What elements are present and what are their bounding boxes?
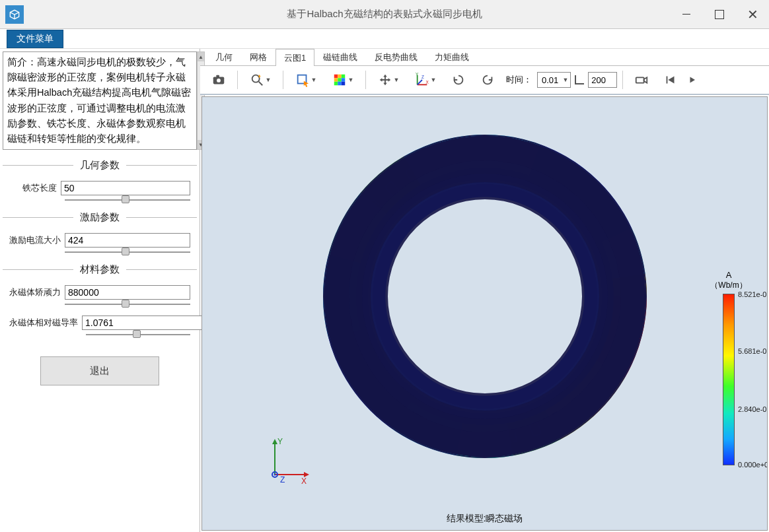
stator-slot (355, 362, 371, 376)
window-minimize-button[interactable] (670, 0, 703, 29)
stator-slot (599, 216, 614, 231)
coercivity-label: 永磁体矫顽力 (9, 286, 65, 298)
coercivity-input[interactable] (65, 285, 190, 300)
selection-mode-button[interactable]: ▼ (289, 69, 323, 90)
stator-slot (344, 340, 360, 353)
result-caption: 结果模型:瞬态磁场 (447, 513, 523, 525)
color-legend: A （Wb/m） 8.521e-02 5.681e-02 2.840e-02 0… (700, 270, 758, 465)
tab-bar: 几何 网格 云图1 磁链曲线 反电势曲线 力矩曲线 (200, 49, 769, 66)
stator-slot (482, 432, 492, 445)
stator-slot (431, 422, 445, 438)
step-first-button[interactable] (657, 69, 684, 90)
tab-emf-curve[interactable]: 反电势曲线 (366, 48, 426, 65)
stator-slot (569, 395, 585, 411)
svg-rect-9 (334, 78, 338, 82)
stator-slot (478, 148, 488, 161)
stator-slot (587, 378, 603, 394)
stator-slot (338, 317, 352, 328)
menu-bar: 文件菜单 (0, 29, 769, 49)
svg-rect-12 (334, 82, 338, 86)
stator-slot (601, 358, 616, 373)
window-close-button[interactable]: ✕ (736, 0, 769, 29)
geometry-group-header: 几何参数 (73, 159, 126, 172)
visualization-canvas[interactable]: Y X Z A （Wb/m） 8.521e-02 5.681e-02 2.840… (201, 96, 768, 531)
stator-slot (584, 195, 600, 211)
core-length-label: 铁芯长度 (9, 182, 61, 194)
stator-slot (427, 156, 441, 172)
svg-rect-6 (334, 75, 338, 79)
stator-slot (367, 199, 383, 215)
step-input[interactable]: 200 (588, 72, 617, 88)
svg-text:X: X (301, 477, 307, 486)
stator-slot (525, 154, 538, 170)
legend-tick-mid2: 2.840e-02 (738, 405, 768, 413)
stator-slot (505, 428, 517, 443)
svg-rect-22 (667, 77, 668, 84)
current-slider[interactable] (65, 250, 190, 254)
stator-slot (404, 166, 419, 182)
step-last-button[interactable] (686, 69, 700, 90)
tab-mesh[interactable]: 网格 (241, 48, 275, 65)
colormap-button[interactable]: ▼ (326, 69, 360, 90)
svg-rect-13 (338, 82, 342, 86)
pan-button[interactable]: ▼ (371, 69, 406, 90)
file-menu-button[interactable]: 文件菜单 (7, 30, 63, 48)
stator-slot (384, 181, 400, 197)
legend-unit: （Wb/m） (700, 280, 758, 291)
svg-text:Z: Z (280, 475, 285, 484)
core-length-input[interactable] (61, 181, 190, 195)
stator-slot (617, 264, 632, 275)
right-visualization-panel: 几何 网格 云图1 磁链曲线 反电势曲线 力矩曲线 ▼ ▼ (200, 49, 769, 532)
camera-button[interactable] (628, 69, 655, 90)
stator-slot (387, 398, 403, 414)
svg-rect-10 (338, 78, 342, 82)
stator-slot (620, 290, 634, 299)
excitation-group-header: 激励参数 (73, 211, 126, 224)
stator-slot (611, 336, 627, 349)
axis-view-button[interactable]: YXZ ▼ (408, 69, 443, 90)
tab-torque-curve[interactable]: 力矩曲线 (426, 48, 478, 65)
screenshot-button[interactable] (205, 69, 232, 90)
core-length-slider[interactable] (65, 198, 190, 202)
svg-text:Y: Y (415, 73, 418, 77)
svg-point-28 (274, 474, 276, 476)
svg-text:Z: Z (421, 75, 424, 79)
exit-button[interactable]: 退出 (40, 356, 159, 385)
tab-geometry[interactable]: 几何 (207, 48, 241, 65)
stator-slot (456, 429, 467, 444)
stator-slot (550, 410, 565, 426)
stator-slot (546, 164, 561, 180)
svg-text:X: X (425, 80, 429, 84)
motor-ring-plot (323, 135, 647, 458)
permeability-input[interactable] (82, 316, 204, 330)
description-text: 简介：高速永磁同步电机的极数较少，气隙磁密波形的正弦度，案例电机转子永磁体采用H… (3, 51, 197, 150)
stator-slot (501, 149, 513, 163)
tab-cloud1[interactable]: 云图1 (275, 49, 314, 66)
stator-slot (336, 294, 349, 303)
zoom-reset-button[interactable]: ▼ (243, 69, 277, 90)
axis-triad: Y X Z (262, 435, 314, 490)
legend-title: A (700, 270, 758, 280)
rotate-ccw-button[interactable] (445, 69, 472, 90)
legend-tick-max: 8.521e-02 (738, 290, 768, 298)
window-title: 基于Halbach充磁结构的表贴式永磁同步电机 (287, 8, 482, 20)
stator-slot (453, 149, 464, 164)
coercivity-slider[interactable] (65, 302, 190, 306)
permeability-slider[interactable] (86, 333, 190, 337)
step-indicator-icon (575, 75, 584, 84)
svg-rect-14 (341, 82, 345, 86)
rotate-cw-button[interactable] (474, 69, 501, 90)
svg-line-4 (258, 82, 262, 86)
time-label: 时间： (506, 74, 532, 86)
tab-flux-curve[interactable]: 磁链曲线 (314, 48, 366, 65)
time-select[interactable]: 0.01▼ (537, 72, 571, 88)
app-logo (5, 5, 24, 24)
permeability-label: 永磁体相对磁导率 (9, 317, 82, 329)
svg-text:Y: Y (277, 437, 283, 446)
left-parameter-panel: 简介：高速永磁同步电机的极数较少，气隙磁密波形的正弦度，案例电机转子永磁体采用H… (0, 49, 200, 532)
stator-slot (369, 381, 385, 397)
legend-colorbar: 8.521e-02 5.681e-02 2.840e-02 0.000e+00 (723, 294, 735, 465)
svg-rect-2 (216, 75, 219, 78)
window-maximize-button[interactable] (703, 0, 736, 29)
current-input[interactable] (65, 233, 190, 248)
